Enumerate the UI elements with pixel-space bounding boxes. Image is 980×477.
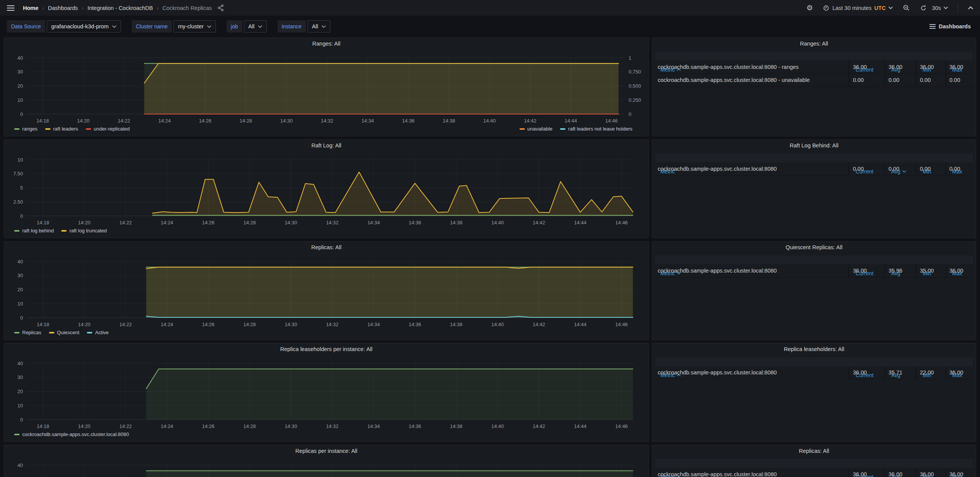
breadcrumb-current: Cockroach Replicas (162, 5, 212, 11)
data-source-value: grafanacloud-k3d-prom (51, 23, 109, 30)
panel-title[interactable]: Replica leaseholders: All (652, 346, 976, 352)
legend-item[interactable]: unavailable (519, 126, 553, 132)
panel-title[interactable]: Replicas: All (4, 244, 648, 250)
x-axis-tick: 14:34 (368, 220, 380, 225)
x-axis-tick: 14:46 (605, 118, 618, 124)
x-axis-tick: 14:20 (78, 423, 91, 429)
data-source-dropdown[interactable]: grafanacloud-k3d-prom (47, 20, 121, 33)
x-axis-tick: 14:30 (285, 220, 297, 225)
chart-plot-area[interactable]: 01020304014:1814:2014:2214:2414:2614:281… (4, 343, 649, 442)
series-fill (144, 64, 619, 114)
metric-cell: cockroachdb.sample-apps.svc.cluster.loca… (658, 166, 777, 172)
dashboard-settings-button[interactable]: ⚙ (806, 4, 813, 11)
series-color-swatch (14, 128, 20, 130)
value-cell: 0.00 (949, 77, 960, 83)
collapse-nav-button[interactable] (968, 6, 973, 10)
legend-item[interactable]: Quiescent (49, 330, 80, 335)
legend-item[interactable]: cockroachdb.sample-apps.svc.cluster.loca… (14, 431, 129, 437)
x-axis-tick: 14:30 (280, 118, 293, 124)
refresh-button[interactable] (920, 5, 927, 11)
x-axis-tick: 14:42 (532, 220, 545, 225)
x-axis-tick: 14:32 (326, 423, 339, 429)
legend-item[interactable]: under-replicated (86, 126, 130, 132)
table-row: cockroachdb.sample-apps.svc.cluster.loca… (655, 162, 973, 176)
series-color-swatch (560, 128, 565, 130)
search-minus-icon (903, 4, 910, 11)
x-axis-tick: 14:20 (78, 322, 91, 327)
series-color-swatch (86, 128, 91, 130)
x-axis-tick: 14:36 (409, 322, 421, 327)
panel-title[interactable]: Raft Log Behind: All (652, 142, 976, 149)
panel-title[interactable]: Replicas per instance: All (4, 448, 648, 454)
column-divider (916, 468, 916, 477)
chart-plot-area[interactable]: 01020304000.2500.5000.750114:1814:2014:2… (4, 38, 649, 137)
x-axis-tick: 14:24 (161, 322, 173, 327)
y-axis-tick: 20 (18, 83, 23, 89)
menu-toggle-button[interactable] (7, 5, 15, 11)
refresh-interval-dropdown[interactable]: 30s (932, 5, 948, 11)
breadcrumb-folder[interactable]: Integration - CockroachDB (87, 5, 153, 11)
breadcrumb: Home › Dashboards › Integration - Cockro… (23, 5, 212, 11)
column-divider (884, 162, 885, 175)
breadcrumb-home[interactable]: Home (23, 5, 38, 11)
panel-title[interactable]: Ranges: All (652, 41, 976, 47)
series-color-swatch (49, 332, 54, 333)
series-label: raft leaders not lease holders (568, 126, 632, 132)
instance-dropdown[interactable]: All (307, 20, 330, 33)
value-cell: 0.00 (920, 166, 931, 172)
time-range-label: Last 30 minutes (832, 5, 871, 11)
y-axis-right-tick: 0.750 (629, 69, 641, 75)
value-cell: 35.00 (920, 268, 934, 274)
legend-item[interactable]: raft leaders not lease holders (560, 126, 632, 132)
legend-item[interactable]: Replicas (14, 330, 41, 335)
series-fill (152, 172, 633, 216)
column-divider (946, 264, 946, 277)
clock-icon (823, 5, 830, 11)
panel-chart-replicas-per-instance-all: Replicas per instance: All01020304014:18… (4, 445, 649, 477)
dashboards-list-button[interactable]: Dashboards (927, 23, 973, 30)
chevron-down-icon (889, 7, 893, 9)
x-axis-tick: 14:20 (78, 220, 91, 225)
x-axis-tick: 14:46 (615, 423, 628, 429)
panel-title[interactable]: Raft Log: All (4, 142, 648, 149)
value-cell: 36.00 (889, 64, 902, 70)
breadcrumb-dashboards[interactable]: Dashboards (48, 5, 78, 11)
chart-plot-area[interactable]: 01020304014:1814:2014:2214:2414:2614:281… (4, 242, 649, 340)
table-header-row: MetricCurrentAvgMinMax (655, 255, 973, 264)
legend-item[interactable]: raft log truncated (61, 228, 107, 234)
column-divider (946, 366, 946, 379)
time-range-picker[interactable]: Last 30 minutes UTC (823, 5, 892, 11)
panel-title[interactable]: Replica leaseholders per instance: All (4, 346, 648, 352)
metric-cell: cockroachdb.sample-apps.svc.cluster.loca… (658, 268, 777, 274)
chevron-down-icon (322, 25, 326, 28)
series-label: Active (95, 330, 108, 335)
x-axis-tick: 14:38 (443, 118, 455, 124)
timezone-label: UTC (874, 5, 886, 11)
cluster-value: my-cluster (178, 23, 204, 30)
column-divider (884, 468, 885, 477)
panel-table-quiescent-replicas-all: Quiescent Replicas: AllMetricCurrentAvgM… (652, 241, 976, 340)
value-cell: 0.00 (920, 77, 931, 83)
column-divider (848, 60, 849, 87)
zoom-out-button[interactable] (903, 4, 910, 11)
panel-title[interactable]: Ranges: All (4, 41, 648, 47)
x-axis-tick: 14:44 (574, 322, 586, 327)
chart-legend-left: ReplicasQuiescentActive (14, 330, 109, 335)
cluster-dropdown[interactable]: my-cluster (173, 20, 216, 33)
panel-title[interactable]: Quiescent Replicas: All (652, 244, 976, 250)
job-dropdown[interactable]: All (244, 20, 267, 33)
chart-plot-area[interactable]: 02.5057.501014:1814:2014:2214:2414:2614:… (4, 140, 649, 238)
legend-item[interactable]: raft leaders (45, 126, 78, 132)
y-axis-tick: 10 (18, 403, 23, 408)
legend-item[interactable]: Active (87, 330, 108, 335)
series-color-swatch (519, 128, 525, 130)
share-button[interactable] (217, 4, 224, 11)
series-color-swatch (14, 434, 20, 435)
legend-item[interactable]: raft log behind (14, 228, 54, 234)
legend-item[interactable]: ranges (14, 126, 38, 132)
panel-title[interactable]: Replicas: All (652, 448, 976, 454)
y-axis-right-tick: 1 (629, 55, 631, 61)
x-axis-tick: 14:22 (118, 118, 130, 124)
breadcrumb-separator-icon: › (157, 5, 158, 11)
value-cell: 36.00 (949, 268, 963, 274)
